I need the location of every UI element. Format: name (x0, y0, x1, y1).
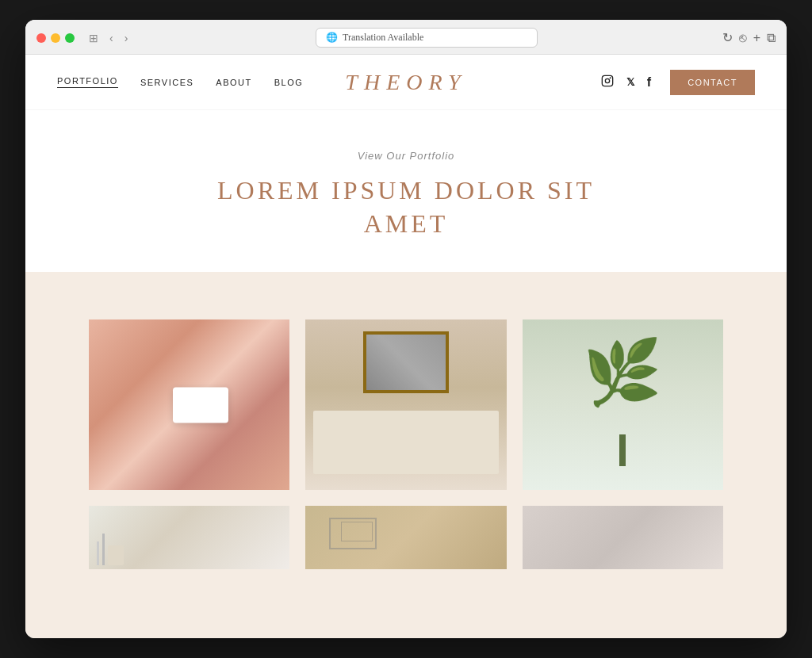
nav-item-about[interactable]: ABOUT (216, 78, 251, 87)
portfolio-image-2 (305, 319, 506, 490)
portfolio-item-6[interactable] (523, 506, 723, 569)
maximize-button[interactable] (65, 33, 75, 43)
navigation: PORTFOLIO SERVICES ABOUT BLOG THEORY 𝕏 f… (25, 55, 787, 110)
portfolio-item-3[interactable] (523, 319, 723, 490)
browser-chrome: ⊞ ‹ › 🌐 Translation Available ↻ ⎋ + ⧉ (25, 20, 787, 55)
svg-rect-0 (602, 75, 612, 86)
hero-title: LOREM IPSUM DOLOR SIT AMET (57, 174, 755, 240)
tab-overview-button[interactable]: ⧉ (767, 31, 776, 45)
portfolio-image-5 (305, 506, 506, 569)
contact-button[interactable]: CONTACT (670, 70, 755, 95)
nav-item-portfolio[interactable]: PORTFOLIO (57, 76, 118, 88)
hero-subtitle: View Our Portfolio (57, 150, 755, 162)
browser-window: ⊞ ‹ › 🌐 Translation Available ↻ ⎋ + ⧉ PO… (25, 20, 787, 638)
address-bar-inner[interactable]: 🌐 Translation Available (316, 28, 538, 48)
portfolio-section (25, 272, 787, 638)
portfolio-image-3 (523, 319, 723, 490)
facebook-link[interactable]: f (647, 75, 651, 90)
sidebar-toggle-button[interactable]: ⊞ (86, 30, 102, 46)
share-button[interactable]: ⎋ (739, 31, 747, 45)
nav-right: 𝕏 f CONTACT (601, 70, 755, 95)
new-tab-button[interactable]: + (753, 31, 760, 45)
minimize-button[interactable] (51, 33, 60, 43)
translation-icon: 🌐 (326, 32, 338, 44)
svg-point-1 (605, 78, 609, 82)
svg-point-2 (609, 77, 611, 78)
portfolio-image-1 (89, 319, 289, 490)
hero-title-line1: LOREM IPSUM DOLOR SIT (217, 176, 595, 205)
hero-title-line2: AMET (364, 209, 449, 238)
website: PORTFOLIO SERVICES ABOUT BLOG THEORY 𝕏 f… (25, 55, 787, 638)
hero-section: View Our Portfolio LOREM IPSUM DOLOR SIT… (25, 110, 787, 272)
nav-item-blog[interactable]: BLOG (274, 78, 304, 87)
back-button[interactable]: ‹ (106, 30, 117, 46)
address-bar-text: Translation Available (343, 32, 423, 44)
portfolio-grid (89, 319, 723, 490)
portfolio-item-4[interactable] (89, 506, 289, 569)
instagram-link[interactable] (601, 75, 614, 90)
portfolio-item-5[interactable] (305, 506, 506, 569)
browser-actions: ↻ ⎋ + ⧉ (722, 30, 776, 45)
forward-button[interactable]: › (121, 30, 132, 46)
browser-controls: ⊞ ‹ › (86, 30, 131, 46)
portfolio-image-4 (89, 506, 289, 569)
reload-button[interactable]: ↻ (722, 30, 733, 45)
nav-left: PORTFOLIO SERVICES ABOUT BLOG (57, 76, 303, 88)
brand-logo[interactable]: THEORY (345, 70, 466, 95)
address-bar: 🌐 Translation Available (139, 28, 714, 48)
twitter-link[interactable]: 𝕏 (626, 76, 634, 89)
traffic-lights (36, 33, 75, 43)
portfolio-grid-row2 (89, 506, 723, 569)
portfolio-item-2[interactable] (305, 319, 506, 490)
nav-item-services[interactable]: SERVICES (140, 78, 193, 87)
portfolio-item-1[interactable] (89, 319, 289, 490)
close-button[interactable] (36, 33, 46, 43)
portfolio-image-6 (523, 506, 723, 569)
